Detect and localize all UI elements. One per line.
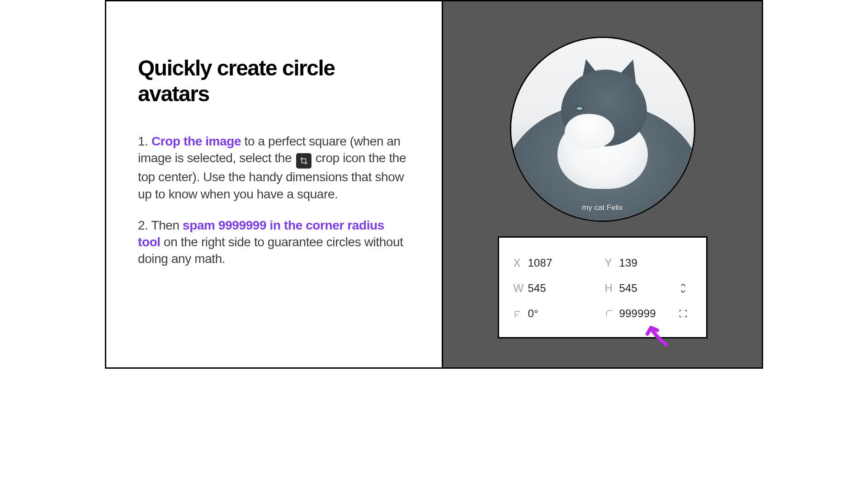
independent-corners-icon[interactable] — [671, 309, 688, 319]
crop-icon — [296, 153, 311, 169]
instructions-pane: Quickly create circle avatars 1. Crop th… — [106, 1, 443, 367]
avatar-image — [511, 38, 694, 221]
step-2: 2. Then spam 9999999 in the corner radiu… — [138, 217, 410, 267]
step-1-highlight: Crop the image — [151, 134, 241, 148]
step-2-number: 2. Then — [138, 218, 183, 232]
link-dimensions-icon[interactable] — [671, 283, 688, 293]
x-value[interactable]: 1087 — [528, 257, 582, 269]
properties-panel: X 1087 Y 139 W 545 H 545 — [498, 236, 708, 338]
step-2-text: on the right side to guarantee circles w… — [138, 235, 403, 266]
position-row: X 1087 Y 139 — [514, 250, 692, 276]
corner-radius-icon — [605, 309, 618, 318]
slide-title: Quickly create circle avatars — [138, 56, 410, 107]
step-1-number: 1. — [138, 134, 151, 148]
y-label: Y — [605, 257, 618, 269]
corner-radius-value[interactable]: 999999 — [619, 307, 669, 320]
rotation-icon — [514, 309, 526, 318]
h-label: H — [605, 282, 618, 295]
step-1: 1. Crop the image to a perfect square (w… — [138, 133, 410, 202]
w-value[interactable]: 545 — [528, 282, 582, 295]
rotation-value[interactable]: 0° — [528, 307, 582, 320]
preview-pane: my cat Felix X 1087 Y 139 W 545 H 545 — [443, 1, 762, 367]
avatar-caption: my cat Felix — [511, 203, 694, 212]
transform-row: 0° 999999 — [514, 301, 692, 326]
size-row: W 545 H 545 — [514, 276, 692, 301]
avatar-circle: my cat Felix — [510, 37, 695, 222]
w-label: W — [514, 282, 526, 295]
slide-frame: Quickly create circle avatars 1. Crop th… — [105, 0, 763, 369]
x-label: X — [514, 257, 526, 269]
y-value[interactable]: 139 — [619, 257, 669, 269]
h-value[interactable]: 545 — [619, 282, 669, 295]
